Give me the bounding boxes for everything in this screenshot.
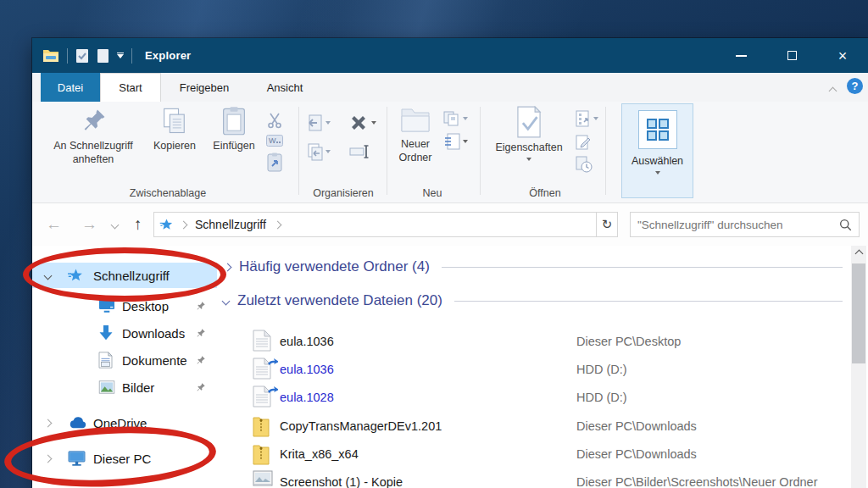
paste-button[interactable]: Einfügen bbox=[205, 106, 263, 153]
path-icon: W bbox=[266, 135, 283, 147]
section-rule bbox=[442, 267, 843, 268]
titlebar: Explorer × bbox=[32, 38, 868, 73]
document-icon bbox=[253, 330, 273, 353]
pin-icon[interactable] bbox=[195, 355, 206, 366]
group-label-open: Öffnen bbox=[507, 187, 583, 199]
maximize-button[interactable] bbox=[766, 38, 817, 73]
onedrive-cloud-icon bbox=[68, 417, 86, 429]
sidebar-item-bilder[interactable]: Bilder bbox=[32, 374, 217, 400]
copy-path-button[interactable]: W bbox=[266, 135, 283, 147]
ribbon: An Schnellzugriff anheften Kopieren Einf… bbox=[32, 102, 868, 203]
pin-icon[interactable] bbox=[195, 301, 206, 312]
copy-to-button[interactable] bbox=[305, 142, 331, 161]
paste-shortcut-button[interactable] bbox=[266, 152, 283, 173]
address-bar[interactable]: Schnellzugriff bbox=[153, 212, 616, 237]
tab-start[interactable]: Start bbox=[100, 73, 161, 102]
move-to-icon bbox=[305, 114, 324, 132]
section-recent-files[interactable]: Zuletzt verwendete Dateien (20) bbox=[219, 290, 843, 312]
window-title: Explorer bbox=[145, 49, 191, 62]
dropdown-icon bbox=[463, 117, 468, 120]
open-icon bbox=[575, 110, 592, 127]
dropdown-icon bbox=[593, 117, 598, 120]
forward-button[interactable]: → bbox=[81, 203, 97, 246]
file-row[interactable]: Krita_x86_x64 Dieser PC\Downloads bbox=[219, 440, 849, 468]
rename-button[interactable] bbox=[349, 144, 370, 159]
new-item-button[interactable] bbox=[442, 110, 468, 127]
ribbon-tab-row: Datei Start Freigeben Ansicht ? bbox=[32, 73, 868, 102]
dropdown-icon bbox=[526, 158, 531, 161]
refresh-button[interactable]: ↻ bbox=[596, 212, 618, 237]
pictures-icon bbox=[98, 380, 115, 394]
group-label-organize: Organisieren bbox=[305, 187, 381, 199]
sidebar-item-dokumente[interactable]: Dokumente bbox=[32, 347, 217, 373]
quick-access-star-icon bbox=[159, 218, 174, 232]
scrollbar-thumb[interactable] bbox=[852, 263, 865, 363]
new-folder-button[interactable]: Neuer Ordner bbox=[392, 106, 439, 164]
group-label-clipboard: Zwischenablage bbox=[92, 187, 244, 199]
svg-text:W: W bbox=[269, 136, 276, 145]
select-grid-iconbox bbox=[638, 110, 677, 149]
group-label-new: Neu bbox=[392, 187, 473, 199]
up-button[interactable]: ↑ bbox=[134, 203, 142, 246]
close-button[interactable]: × bbox=[817, 38, 868, 73]
qat-customize-dropdown-icon[interactable] bbox=[117, 53, 124, 59]
file-row[interactable]: CopyTransManagerDEv1.201 Dieser PC\Downl… bbox=[219, 412, 849, 440]
tree-expand-chevron[interactable] bbox=[42, 420, 53, 426]
search-box bbox=[630, 212, 860, 237]
tab-ansicht[interactable]: Ansicht bbox=[256, 73, 314, 102]
copy-button[interactable]: Kopieren bbox=[146, 106, 203, 153]
delete-button[interactable] bbox=[348, 112, 376, 134]
collapse-ribbon-button[interactable] bbox=[830, 82, 836, 97]
explorer-folder-icon[interactable] bbox=[42, 49, 59, 63]
properties-button[interactable]: Eigenschaften bbox=[487, 106, 570, 161]
easy-access-button[interactable] bbox=[444, 132, 468, 151]
back-button[interactable]: ← bbox=[46, 203, 62, 246]
chevron-right-icon bbox=[43, 419, 52, 427]
edit-button[interactable] bbox=[575, 134, 592, 151]
breadcrumb-chevron-icon[interactable] bbox=[273, 220, 281, 229]
pin-icon[interactable] bbox=[195, 382, 206, 393]
qat-properties-icon[interactable] bbox=[75, 48, 89, 64]
search-input[interactable] bbox=[637, 219, 839, 231]
sidebar-item-downloads[interactable]: Downloads bbox=[32, 320, 217, 346]
minimize-icon bbox=[736, 55, 747, 57]
cut-button[interactable] bbox=[266, 112, 283, 129]
zip-folder-icon bbox=[253, 414, 273, 438]
zip-folder-icon bbox=[253, 442, 273, 466]
select-grid-icon bbox=[645, 117, 670, 142]
breadcrumb-quick-access[interactable]: Schnellzugriff bbox=[195, 218, 266, 231]
help-button[interactable]: ? bbox=[847, 78, 863, 94]
file-row[interactable]: eula.1036 HDD (D:) bbox=[219, 355, 849, 383]
move-to-button[interactable] bbox=[305, 114, 331, 132]
new-item-icon bbox=[442, 110, 461, 127]
document-shortcut-icon bbox=[253, 358, 273, 381]
qat-new-folder-icon[interactable] bbox=[97, 48, 109, 64]
file-row[interactable]: eula.1028 HDD (D:) bbox=[219, 383, 849, 411]
minimize-button[interactable] bbox=[715, 38, 766, 73]
screenshot-stage: Explorer × Datei Start Freigeben Ansicht… bbox=[0, 0, 868, 488]
open-button[interactable] bbox=[575, 110, 598, 127]
window-controls: × bbox=[715, 38, 868, 73]
vertical-scrollbar[interactable] bbox=[851, 246, 866, 488]
document-shortcut-icon bbox=[253, 385, 273, 409]
pin-to-quick-access-button[interactable]: An Schnellzugriff anheften bbox=[41, 106, 146, 166]
close-icon: × bbox=[838, 48, 848, 64]
scrollbar-up-arrow[interactable] bbox=[851, 246, 866, 261]
select-button[interactable]: Auswählen bbox=[621, 103, 693, 198]
chevron-up-icon bbox=[854, 249, 863, 258]
search-icon[interactable] bbox=[839, 219, 852, 231]
tab-datei[interactable]: Datei bbox=[41, 73, 100, 102]
pushpin-icon bbox=[79, 106, 108, 136]
breadcrumb-chevron-icon[interactable] bbox=[180, 220, 188, 229]
section-frequent-folders[interactable]: Häufig verwendete Ordner (4) bbox=[219, 256, 843, 278]
qat-separator bbox=[131, 48, 132, 64]
recent-locations-dropdown[interactable] bbox=[112, 203, 118, 246]
maximize-icon bbox=[787, 51, 797, 60]
tab-freigeben[interactable]: Freigeben bbox=[171, 73, 237, 102]
dropdown-icon bbox=[326, 150, 331, 153]
file-row[interactable]: eula.1036 Dieser PC\Desktop bbox=[219, 327, 849, 355]
image-file-icon bbox=[253, 470, 273, 488]
history-button[interactable] bbox=[575, 155, 593, 174]
file-row[interactable]: Screenshot (1) - Kopie Dieser PC\Bilder\… bbox=[219, 468, 849, 488]
pin-icon[interactable] bbox=[195, 328, 206, 339]
